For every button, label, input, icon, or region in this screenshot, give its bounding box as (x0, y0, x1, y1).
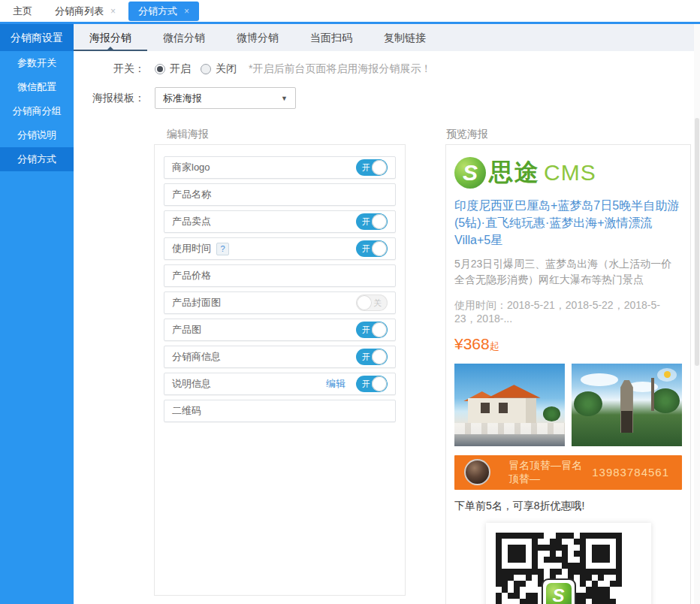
poster-field-label: 产品封面图 (172, 296, 221, 310)
switch-label: 开关： (74, 62, 145, 76)
toggle-state-label: 开 (362, 322, 370, 338)
switch-row: 开关： 开启 关闭 *开启后前台页面将启用海报分销展示！ (74, 62, 431, 76)
poster-field-label: 产品价格 (172, 269, 211, 282)
poster-template-select[interactable]: 标准海报 ▼ (155, 87, 296, 109)
brand-name: 思途 (489, 156, 540, 189)
poster-field-row: 产品名称 (164, 183, 396, 206)
poster-field-label: 说明信息 (172, 377, 211, 391)
toggle-knob (372, 322, 387, 337)
toggle-switch[interactable]: 开 (356, 376, 388, 392)
editor-section-title: 编辑海报 (167, 128, 209, 141)
close-icon[interactable]: × (110, 7, 116, 16)
toggle-switch[interactable]: 开 (356, 213, 388, 230)
photo-palm-shape (543, 406, 561, 421)
radio-off-circle-icon (201, 64, 211, 74)
toggle-state-label: 开 (362, 240, 370, 257)
toggle-state-label: 开 (362, 349, 370, 365)
brand-suffix: CMS (544, 160, 596, 186)
poster-field-label: 分销商信息 (172, 350, 221, 364)
poster-field-row: 使用时间 ? 开 (164, 237, 396, 260)
brand-logo: S 思途 CMS (454, 156, 682, 190)
window-tab[interactable]: 主页 (3, 2, 42, 21)
photo-trunk-shape (651, 378, 654, 411)
toggle-knob (372, 241, 387, 256)
toggle-state-label: 开 (362, 213, 370, 230)
window-tab[interactable]: 分销商列表 × (45, 2, 125, 21)
radio-on-label: 开启 (170, 62, 191, 76)
toggle-switch[interactable]: 关 (356, 294, 388, 311)
photo-window-shape (481, 403, 490, 412)
content-tab[interactable]: 海报分销 (74, 24, 147, 51)
toggle-state-label: 关 (373, 294, 382, 311)
poster-editor-panel: 商家logo 开 产品名称 产品卖点 开 使用时间 ? 开 产品价格 (154, 144, 406, 596)
window-tab[interactable]: 分销方式 × (128, 2, 199, 21)
sidebar-item[interactable]: 分销商分组 (0, 99, 74, 123)
poster-photos (454, 364, 682, 446)
qr-card: S (486, 523, 651, 604)
toggle-switch[interactable]: 开 (356, 159, 388, 176)
brand-swirl-icon: S (454, 157, 486, 189)
sidebar-item[interactable]: 参数开关 (0, 51, 74, 75)
poster-field-label: 二维码 (172, 404, 201, 418)
poster-field-label: 产品图 (172, 323, 201, 337)
help-icon[interactable]: ? (216, 243, 229, 255)
toggle-switch[interactable]: 开 (356, 322, 388, 338)
window-tab-label: 主页 (13, 5, 32, 18)
poster-preview-panel: S 思途 CMS 印度尼西亚巴厘岛+蓝梦岛7日5晚半自助游(5钻)·直飞纯玩惠·… (445, 144, 691, 604)
poster-field-row: 产品封面图 关 (164, 291, 396, 314)
template-label: 海报模板： (74, 92, 145, 105)
poster-field-row: 产品图 开 (164, 319, 396, 341)
toggle-switch[interactable]: 开 (356, 349, 388, 365)
chevron-down-icon: ▼ (281, 95, 288, 102)
toggle-state-label: 开 (362, 159, 370, 176)
poster-photo-right (572, 364, 682, 446)
close-icon[interactable]: × (184, 7, 189, 16)
poster-field-row: 分销商信息 开 (164, 346, 396, 368)
switch-note: *开启后前台页面将启用海报分销展示！ (249, 62, 431, 76)
radio-off-label: 关闭 (216, 62, 237, 76)
poster-field-label: 使用时间 (172, 242, 211, 255)
poster-field-label: 商家logo (172, 161, 210, 174)
product-title: 印度尼西亚巴厘岛+蓝梦岛7日5晚半自助游(5钻)·直飞纯玩惠·蓝梦出海+激情漂流… (454, 197, 682, 249)
qr-center-logo-icon: S (542, 578, 576, 604)
poster-field-row: 产品卖点 开 (164, 210, 396, 233)
radio-on[interactable]: 开启 (155, 62, 191, 76)
radio-off[interactable]: 关闭 (201, 62, 237, 76)
photo-watermark-icon (657, 368, 677, 382)
qr-section: S (454, 523, 682, 604)
content-tab[interactable]: 复制链接 (368, 24, 442, 51)
sidebar-item[interactable]: 微信配置 (0, 75, 74, 99)
distributor-phone: 13983784561 (592, 466, 669, 479)
window-tab-label: 分销方式 (138, 5, 177, 18)
photo-cloud-shape (581, 373, 618, 387)
photo-roof-shape (487, 385, 541, 398)
edit-link[interactable]: 编辑 (326, 377, 345, 391)
content-tab-bar: 海报分销微信分销微博分销当面扫码复制链接 (74, 24, 700, 51)
content-tab[interactable]: 微博分销 (221, 24, 294, 51)
toggle-knob (372, 376, 387, 391)
poster-field-row: 说明信息 编辑 开 (164, 373, 396, 395)
poster-template-value: 标准海报 (163, 92, 202, 105)
sidebar-item[interactable]: 分销方式 (0, 147, 74, 171)
promo-note: 下单前5名，可享8折优惠哦! (454, 500, 682, 513)
price-currency: ¥ (454, 335, 463, 352)
toggle-knob (357, 295, 372, 310)
poster-field-row: 二维码 (164, 400, 396, 422)
toggle-knob (372, 349, 387, 364)
poster-field-row: 商家logo 开 (164, 156, 396, 179)
photo-window-shape (499, 403, 508, 412)
poster-field-label: 产品卖点 (172, 215, 211, 228)
template-row: 海报模板： 标准海报 ▼ (74, 87, 296, 109)
product-description: 5月23日引爆周三、蓝梦岛出海（水上活动一价全含无隐形消费）网红大瀑布等热门景点 (454, 256, 682, 288)
toggle-knob (372, 160, 387, 175)
toggle-knob (372, 214, 387, 229)
sidebar-item[interactable]: 分销说明 (0, 123, 74, 147)
preview-section-title: 预览海报 (446, 128, 488, 141)
price: ¥368起 (454, 335, 682, 353)
toggle-switch[interactable]: 开 (356, 240, 388, 257)
content-tab[interactable]: 当面扫码 (294, 24, 368, 51)
price-value: 368 (463, 335, 490, 352)
content-tab[interactable]: 微信分销 (147, 24, 221, 51)
vertical-scrollbar[interactable] (694, 24, 700, 604)
scrollbar-thumb[interactable] (695, 118, 699, 366)
